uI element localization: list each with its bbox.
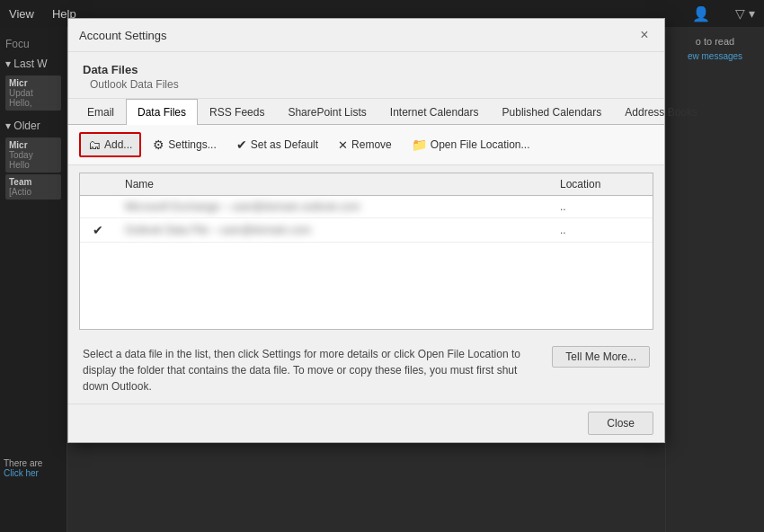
- account-settings-dialog: Account Settings × Data Files Outlook Da…: [67, 18, 665, 443]
- column-name-header: Name: [116, 173, 551, 196]
- tab-published-calendars[interactable]: Published Calendars: [491, 99, 614, 125]
- view-messages-link[interactable]: ew messages: [688, 51, 742, 61]
- tab-address-books[interactable]: Address Books: [613, 99, 709, 125]
- row-name-2: Outlook Data File – user@domain.com: [116, 218, 551, 243]
- sidebar-email-2[interactable]: Micr Today Hello: [5, 137, 61, 173]
- add-label: Add...: [104, 138, 132, 151]
- sidebar-section-older: ▾ Older: [5, 116, 61, 136]
- open-file-location-button[interactable]: 📁 Open File Location...: [404, 133, 538, 156]
- filter-icon[interactable]: ▽ ▾: [735, 6, 755, 21]
- open-file-label: Open File Location...: [431, 138, 530, 151]
- row-check-1: [80, 196, 116, 218]
- tell-me-more-button[interactable]: Tell Me More...: [552, 346, 650, 368]
- dialog-header-title: Data Files: [83, 63, 650, 76]
- x-icon: ✕: [338, 138, 348, 152]
- toolbar: 🗂 Add... ⚙ Settings... ✔ Set as Default …: [68, 125, 664, 165]
- dialog-action-bar: Close: [68, 403, 664, 442]
- tab-sharepoint-lists[interactable]: SharePoint Lists: [276, 99, 378, 125]
- set-default-button[interactable]: ✔ Set as Default: [228, 133, 326, 156]
- row-location-2: ..: [551, 218, 653, 243]
- column-name-header: [80, 173, 116, 196]
- dialog-titlebar: Account Settings ×: [68, 19, 664, 52]
- tab-data-files[interactable]: Data Files: [126, 99, 198, 125]
- remove-button[interactable]: ✕ Remove: [330, 134, 400, 156]
- column-location-header: Location: [551, 173, 653, 196]
- dialog-header: Data Files Outlook Data Files: [68, 52, 664, 99]
- table-row[interactable]: Microsoft Exchange – user@domain.outlook…: [80, 196, 653, 218]
- remove-label: Remove: [351, 138, 392, 151]
- dialog-header-subtitle: Outlook Data Files: [83, 78, 650, 91]
- sidebar-section-lastweek: ▾ Last W: [5, 54, 61, 74]
- footer-text: Select a data file in the list, then cli…: [83, 346, 541, 395]
- close-dialog-button[interactable]: Close: [588, 412, 653, 435]
- data-file-table: Name Location Microsoft Exchange – user@…: [80, 173, 653, 243]
- tab-email[interactable]: Email: [76, 99, 126, 125]
- dialog-footer-info: Select a data file in the list, then cli…: [68, 337, 664, 403]
- check-circle-icon: ✔: [236, 137, 247, 152]
- notification-link[interactable]: Click her: [4, 468, 63, 478]
- settings-button[interactable]: ⚙ Settings...: [145, 133, 224, 156]
- dialog-close-button[interactable]: ×: [635, 26, 653, 44]
- notification-text: There are: [4, 458, 63, 468]
- dialog-title: Account Settings: [79, 29, 167, 42]
- person-icon: 👤: [692, 5, 710, 22]
- data-file-table-wrapper: Name Location Microsoft Exchange – user@…: [79, 173, 653, 330]
- row-check-2: ✔: [80, 218, 116, 243]
- sidebar-email-1[interactable]: Micr Updat Hello,: [5, 75, 61, 111]
- checkmark-icon: ✔: [93, 223, 103, 237]
- add-button[interactable]: 🗂 Add...: [79, 132, 141, 157]
- folder-icon: 📁: [412, 137, 427, 152]
- row-location-1: ..: [551, 196, 653, 218]
- unread-banner: o to read: [696, 36, 734, 47]
- sidebar-email-3[interactable]: Team [Actio: [5, 174, 61, 200]
- settings-icon: ⚙: [153, 137, 164, 152]
- tab-bar: Email Data Files RSS Feeds SharePoint Li…: [68, 99, 664, 125]
- settings-label: Settings...: [168, 138, 216, 151]
- tab-internet-calendars[interactable]: Internet Calendars: [378, 99, 491, 125]
- tab-rss-feeds[interactable]: RSS Feeds: [198, 99, 276, 125]
- menu-view[interactable]: View: [9, 7, 34, 21]
- sidebar: Focu ▾ Last W Micr Updat Hello, ▾ Older …: [0, 27, 67, 532]
- table-row[interactable]: ✔ Outlook Data File – user@domain.com ..: [80, 218, 653, 243]
- sidebar-section-focus: Focu: [5, 34, 61, 54]
- add-icon: 🗂: [88, 137, 101, 152]
- row-name-1: Microsoft Exchange – user@domain.outlook…: [116, 196, 551, 218]
- set-default-label: Set as Default: [251, 138, 318, 151]
